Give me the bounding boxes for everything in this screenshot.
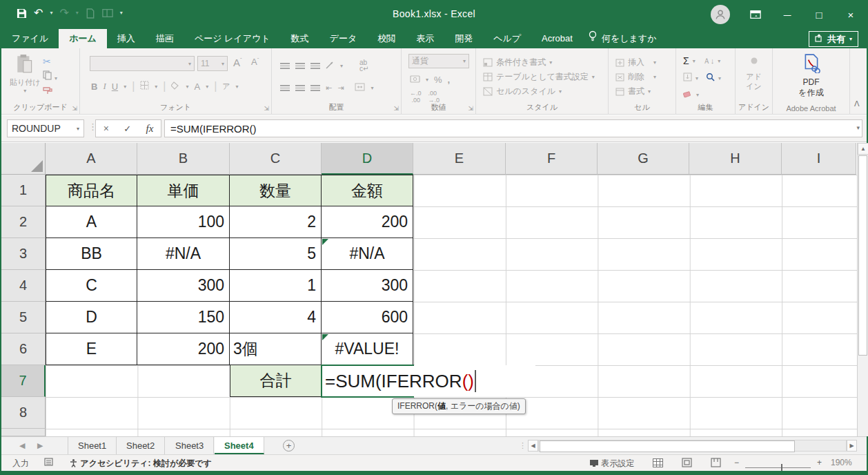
- select-all-corner[interactable]: [1, 143, 46, 175]
- scroll-left-icon[interactable]: ◀: [528, 440, 538, 452]
- cancel-entry-icon[interactable]: ×: [103, 123, 109, 134]
- font-dialog-launcher-icon[interactable]: ⇲: [264, 105, 269, 112]
- cell-c5[interactable]: 4: [230, 302, 322, 333]
- cell-a4[interactable]: C: [46, 270, 137, 302]
- cell-b1[interactable]: 単価: [137, 175, 230, 206]
- sheet-tab-sheet3[interactable]: Sheet3: [166, 437, 214, 454]
- name-box[interactable]: ROUNDUP ▾: [7, 119, 84, 137]
- row-header-3[interactable]: 3: [1, 238, 46, 270]
- create-pdf-button[interactable]: PDF を作成: [773, 54, 849, 98]
- display-settings-button[interactable]: 表示設定: [589, 458, 634, 469]
- tab-home[interactable]: ホーム: [59, 29, 107, 48]
- ribbon-display-options-icon[interactable]: [740, 0, 771, 29]
- scroll-up-icon[interactable]: ▲: [858, 143, 868, 155]
- column-header-h[interactable]: H: [689, 143, 782, 175]
- new-sheet-icon[interactable]: +: [283, 440, 295, 452]
- row-header-7[interactable]: 7: [1, 365, 46, 397]
- column-header-c[interactable]: C: [230, 143, 322, 175]
- tab-review[interactable]: 校閲: [367, 29, 406, 48]
- share-button[interactable]: 共有 ▾: [809, 31, 858, 47]
- tab-view[interactable]: 表示: [406, 29, 444, 48]
- horizontal-scroll-track[interactable]: [538, 440, 847, 452]
- name-box-dropdown-icon[interactable]: ▾: [77, 126, 79, 132]
- cell-a6[interactable]: E: [46, 333, 137, 365]
- sheet-tab-sheet1[interactable]: Sheet1: [68, 437, 117, 454]
- sheet-tab-sheet2[interactable]: Sheet2: [117, 437, 165, 454]
- number-dialog-launcher-icon[interactable]: ⇲: [468, 105, 473, 112]
- row-header-1[interactable]: 1: [1, 175, 46, 206]
- clipboard-dialog-launcher-icon[interactable]: ⇲: [72, 105, 77, 112]
- zoom-level[interactable]: 190%: [831, 458, 852, 467]
- cell-d1[interactable]: 金額: [322, 175, 413, 206]
- row-header-5[interactable]: 5: [1, 302, 46, 333]
- tab-draw[interactable]: 描画: [146, 29, 184, 48]
- autosum-icon[interactable]: Σ: [683, 55, 689, 66]
- cell-b6[interactable]: 200: [137, 333, 230, 365]
- column-header-b[interactable]: B: [137, 143, 230, 175]
- cell-a5[interactable]: D: [46, 302, 137, 333]
- tab-data[interactable]: データ: [319, 29, 368, 48]
- cell-c3[interactable]: 5: [230, 238, 322, 270]
- cell-a2[interactable]: A: [46, 206, 137, 238]
- cell-d4[interactable]: 300: [322, 270, 413, 302]
- accessibility-status[interactable]: アクセシビリティ: 検討が必要です: [69, 458, 212, 469]
- confirm-entry-icon[interactable]: ✓: [124, 124, 131, 134]
- page-layout-view-icon[interactable]: [682, 458, 692, 469]
- scroll-right-icon[interactable]: ▶: [847, 440, 857, 452]
- tab-insert[interactable]: 挿入: [107, 29, 146, 48]
- autosum-dropdown-icon[interactable]: ▾: [693, 58, 696, 64]
- column-header-g[interactable]: G: [598, 143, 689, 175]
- zoom-out-icon[interactable]: −: [734, 458, 739, 467]
- column-header-i[interactable]: I: [782, 143, 856, 175]
- insert-function-icon[interactable]: fx: [146, 123, 153, 135]
- minimize-button[interactable]: ─: [771, 0, 803, 29]
- macro-record-icon[interactable]: [44, 458, 53, 468]
- close-button[interactable]: ×: [835, 0, 867, 29]
- cell-d6[interactable]: #VALUE!: [322, 333, 413, 365]
- column-header-a[interactable]: A: [46, 143, 137, 175]
- cell-d2[interactable]: 200: [322, 206, 413, 238]
- account-avatar[interactable]: [711, 5, 730, 24]
- column-header-d[interactable]: D: [322, 143, 413, 175]
- tab-page-layout[interactable]: ページ レイアウト: [184, 29, 281, 48]
- tab-acrobat[interactable]: Acrobat: [531, 29, 583, 48]
- cell-a1[interactable]: 商品名: [46, 175, 137, 206]
- row-header-8[interactable]: 8: [1, 397, 46, 429]
- cell-a3[interactable]: BB: [46, 238, 137, 270]
- tab-developer[interactable]: 開発: [444, 29, 483, 48]
- zoom-in-icon[interactable]: +: [817, 458, 822, 467]
- vertical-scroll-thumb[interactable]: [858, 155, 867, 356]
- cell-b2[interactable]: 100: [137, 206, 230, 238]
- cell-d3[interactable]: #N/A: [322, 238, 413, 270]
- sheet-nav-right-icon[interactable]: ▶: [37, 441, 43, 450]
- normal-view-icon[interactable]: [653, 458, 678, 467]
- horizontal-scroll-thumb[interactable]: [540, 440, 795, 452]
- tab-help[interactable]: ヘルプ: [483, 29, 531, 48]
- cell-c7-total[interactable]: 合計: [230, 365, 322, 397]
- tab-formulas[interactable]: 数式: [281, 29, 319, 48]
- collapse-ribbon-icon[interactable]: ᐱ: [854, 99, 860, 108]
- row-header-2[interactable]: 2: [1, 206, 46, 238]
- tab-file[interactable]: ファイル: [1, 29, 59, 48]
- column-header-f[interactable]: F: [506, 143, 598, 175]
- expand-formula-bar-icon[interactable]: ▾: [856, 124, 860, 131]
- find-select-dropdown-icon[interactable]: ▾: [718, 75, 721, 81]
- tabbar-splitter[interactable]: ⋮: [519, 441, 526, 450]
- formula-input[interactable]: =SUM(IFERROR(): [164, 119, 862, 137]
- sheet-nav-left-icon[interactable]: ◀: [19, 441, 25, 450]
- cell-d7-editing[interactable]: =SUM(IFERROR(): [322, 365, 535, 397]
- horizontal-scrollbar[interactable]: ◀ ▶: [528, 440, 857, 452]
- row-header-6[interactable]: 6: [1, 333, 46, 365]
- cell-b5[interactable]: 150: [137, 302, 230, 333]
- tell-me-box[interactable]: 何をしますか: [583, 29, 657, 48]
- alignment-dialog-launcher-icon[interactable]: ⇲: [393, 105, 399, 112]
- find-select-icon[interactable]: [706, 72, 715, 84]
- column-header-e[interactable]: E: [413, 143, 506, 175]
- vertical-scrollbar[interactable]: ▲: [857, 143, 868, 436]
- cell-b3[interactable]: #N/A: [137, 238, 230, 270]
- page-break-view-icon[interactable]: [711, 458, 721, 469]
- row-header-4[interactable]: 4: [1, 270, 46, 302]
- cell-c2[interactable]: 2: [230, 206, 322, 238]
- maximize-button[interactable]: □: [803, 0, 835, 29]
- cell-c4[interactable]: 1: [230, 270, 322, 302]
